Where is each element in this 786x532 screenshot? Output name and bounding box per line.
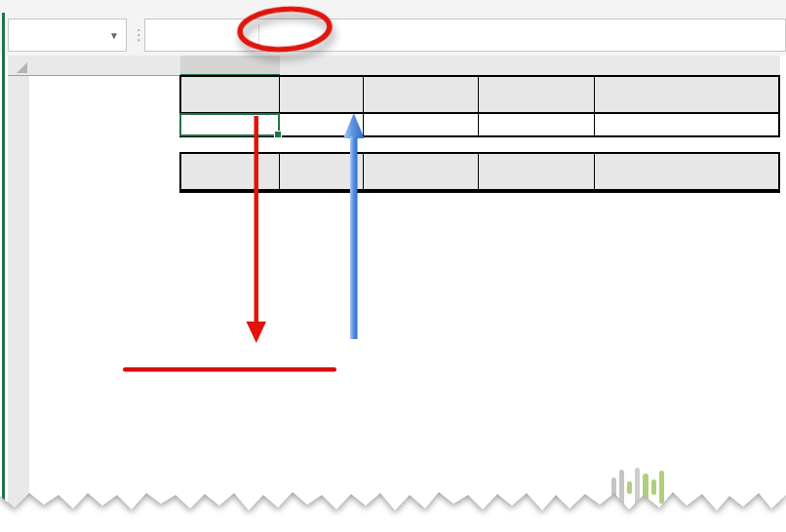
lookup-result-table [179, 75, 780, 137]
column-header-f[interactable] [595, 56, 780, 75]
red-down-arrow [247, 116, 267, 343]
watermark-bars-icon [610, 462, 665, 513]
result-cell-name[interactable] [280, 114, 364, 135]
red-underline [123, 367, 336, 372]
header-cell[interactable] [280, 77, 364, 114]
header-cell[interactable] [280, 154, 364, 191]
torn-sheet-shadow: ▼ ⋮ [0, 0, 786, 532]
watermark [610, 460, 671, 514]
window-edge [2, 13, 5, 511]
formula-bar[interactable] [144, 19, 786, 52]
formula-toolbar: ▼ ⋮ [0, 0, 786, 56]
result-cell-code[interactable] [479, 114, 595, 135]
spreadsheet: ▼ ⋮ [0, 0, 786, 532]
result-cell-date[interactable] [595, 114, 778, 135]
header-cell[interactable] [181, 77, 280, 114]
fill-handle[interactable] [274, 131, 282, 138]
excel-window: ▼ ⋮ [0, 0, 786, 532]
column-header-b[interactable] [180, 56, 280, 76]
name-box[interactable]: ▼ [8, 19, 127, 52]
select-all-icon [17, 62, 27, 73]
header-cell[interactable] [479, 77, 595, 114]
column-header-d[interactable] [364, 56, 479, 75]
column-header-a[interactable] [29, 56, 180, 75]
header-cell[interactable] [595, 154, 778, 191]
header-cell[interactable] [479, 154, 595, 191]
column-headers [8, 56, 780, 76]
employee-table [179, 152, 780, 193]
header-cell[interactable] [364, 77, 479, 114]
row-headers [8, 76, 29, 511]
header-cell[interactable] [595, 77, 778, 114]
chevron-down-icon[interactable]: ▼ [109, 30, 126, 41]
header-cell[interactable] [364, 154, 479, 191]
select-all-button[interactable] [8, 56, 29, 75]
result-cell-dept[interactable] [364, 114, 479, 135]
column-header-c[interactable] [280, 56, 364, 75]
blue-up-arrow [343, 113, 365, 339]
result-cell-surname[interactable] [181, 114, 280, 135]
column-header-e[interactable] [479, 56, 595, 75]
header-cell[interactable] [181, 154, 280, 191]
divider [258, 24, 259, 46]
